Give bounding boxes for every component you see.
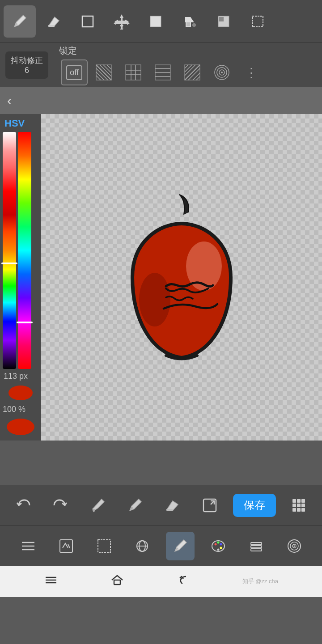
grid-button[interactable] (284, 491, 313, 520)
svg-line-30 (185, 65, 192, 72)
rectangle-tool-button[interactable] (72, 5, 104, 38)
hue-strip[interactable] (18, 132, 31, 369)
svg-point-64 (220, 543, 222, 545)
svg-rect-56 (60, 540, 72, 552)
current-color-dot[interactable] (8, 386, 33, 400)
bottom-panel (0, 441, 322, 485)
color-sidebar: HSV 113 px 100 % (0, 114, 41, 441)
lock-modes: off (61, 59, 265, 85)
svg-rect-17 (126, 65, 141, 80)
eraser-action-button[interactable] (158, 491, 187, 520)
stabilizer-value: 6 (11, 66, 43, 75)
svg-point-37 (221, 72, 223, 73)
svg-point-66 (217, 548, 219, 551)
svg-rect-57 (98, 540, 110, 552)
nav-edit-button[interactable] (52, 532, 80, 560)
svg-line-13 (103, 65, 111, 73)
svg-line-31 (193, 73, 200, 80)
color-pickers[interactable] (3, 132, 38, 369)
lock-grid-button[interactable] (120, 59, 147, 85)
eraser-tool-button[interactable] (38, 5, 70, 38)
color-swatch-tool-button[interactable] (208, 5, 240, 38)
svg-line-14 (96, 72, 104, 80)
svg-rect-47 (292, 504, 296, 507)
export-button[interactable] (195, 491, 224, 520)
eyedropper-button[interactable] (84, 491, 112, 520)
system-bar: 知乎 @zz cha (0, 566, 322, 597)
canvas-area[interactable] (41, 114, 322, 441)
svg-rect-41 (166, 509, 173, 511)
svg-rect-48 (297, 504, 301, 507)
fill-bucket-tool-button[interactable] (174, 5, 206, 38)
lock-section: 锁定 off (57, 45, 265, 85)
svg-rect-50 (292, 508, 296, 512)
system-menu-button[interactable] (44, 573, 58, 590)
main-area: HSV 113 px 100 % (0, 114, 322, 441)
svg-rect-1 (82, 16, 93, 27)
color-swatch[interactable] (7, 419, 34, 435)
apple-drawing (97, 188, 267, 367)
nav-filter-button[interactable] (280, 532, 309, 560)
svg-rect-67 (251, 542, 262, 545)
back-button[interactable]: ‹ (7, 93, 12, 108)
fill-rect-tool-button[interactable] (140, 5, 172, 38)
pencil-action-button[interactable] (121, 491, 149, 520)
nav-menu-button[interactable] (14, 532, 42, 560)
svg-point-73 (293, 545, 295, 547)
svg-line-27 (185, 65, 200, 80)
svg-line-33 (196, 76, 200, 80)
system-back-button[interactable] (176, 573, 191, 590)
svg-rect-77 (114, 580, 120, 585)
lock-circles-button[interactable] (208, 59, 235, 85)
lock-off-button[interactable]: off (61, 59, 88, 85)
hue-marker (17, 322, 33, 323)
nav-palette-button[interactable] (204, 532, 233, 560)
svg-point-5 (192, 23, 196, 27)
hsv-label[interactable]: HSV (4, 118, 25, 129)
nav-brush-button[interactable] (166, 532, 195, 560)
marquee-tool-button[interactable] (242, 5, 274, 38)
svg-rect-69 (251, 549, 262, 551)
svg-rect-4 (150, 16, 161, 27)
nav-selection-button[interactable] (90, 532, 119, 560)
svg-point-62 (214, 543, 216, 545)
save-button[interactable]: 保存 (233, 494, 276, 517)
lock-more-button[interactable]: ⋮ (238, 59, 265, 85)
svg-rect-0 (48, 25, 55, 27)
stabilizer-bar: 抖动修正 6 锁定 off (0, 42, 322, 87)
svg-point-63 (217, 541, 219, 543)
svg-line-32 (185, 65, 188, 68)
undo-button[interactable] (9, 491, 38, 520)
lock-title: 锁定 (59, 45, 265, 57)
nav-layers-button[interactable] (242, 532, 271, 560)
system-home-button[interactable] (110, 573, 124, 590)
svg-rect-44 (292, 499, 296, 503)
lock-off-label: off (66, 65, 82, 80)
svg-point-65 (220, 547, 222, 549)
nav-transform-button[interactable] (128, 532, 157, 560)
opacity-label: 100 % (3, 405, 25, 414)
lock-horizontal-button[interactable] (149, 59, 176, 85)
saturation-marker (1, 263, 17, 264)
svg-rect-46 (301, 499, 305, 503)
move-tool-button[interactable] (106, 5, 138, 38)
lock-diagonal-alt-button[interactable] (179, 59, 206, 85)
redo-button[interactable] (46, 491, 75, 520)
svg-rect-52 (301, 508, 305, 512)
svg-point-40 (93, 509, 95, 512)
back-row: ‹ (0, 87, 322, 114)
svg-rect-51 (297, 508, 301, 512)
svg-rect-8 (252, 16, 263, 27)
svg-rect-49 (301, 504, 305, 507)
svg-rect-7 (219, 17, 224, 21)
watermark: 知乎 @zz cha (242, 577, 278, 585)
svg-rect-45 (297, 499, 301, 503)
bottom-nav (0, 525, 322, 566)
brush-size-label: 113 px (4, 372, 28, 381)
stabilizer-button[interactable]: 抖动修正 6 (5, 51, 48, 79)
stabilizer-label: 抖动修正 (11, 55, 43, 66)
lock-diagonal-button[interactable] (90, 59, 117, 85)
pen-tool-button[interactable] (4, 5, 36, 38)
saturation-strip[interactable] (3, 132, 16, 369)
svg-rect-68 (251, 546, 262, 548)
